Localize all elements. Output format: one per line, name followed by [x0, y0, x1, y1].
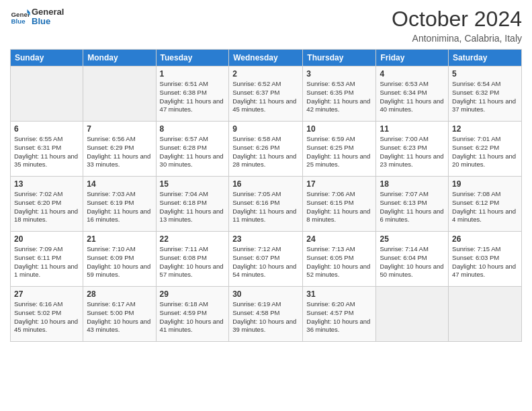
- calendar: SundayMondayTuesdayWednesdayThursdayFrid…: [10, 49, 522, 342]
- weekday-header: Monday: [83, 50, 156, 66]
- calendar-cell: 30Sunrise: 6:19 AM Sunset: 4:58 PM Dayli…: [229, 287, 303, 342]
- logo-blue: Blue: [32, 17, 64, 26]
- calendar-cell: 16Sunrise: 7:05 AM Sunset: 6:16 PM Dayli…: [229, 177, 303, 232]
- day-info: Sunrise: 7:13 AM Sunset: 6:05 PM Dayligh…: [306, 245, 372, 279]
- calendar-cell: 12Sunrise: 7:01 AM Sunset: 6:22 PM Dayli…: [449, 122, 522, 177]
- svg-text:Blue: Blue: [11, 17, 26, 25]
- day-number: 7: [87, 124, 152, 134]
- weekday-header: Friday: [376, 50, 449, 66]
- day-number: 1: [160, 69, 226, 79]
- day-number: 16: [232, 179, 299, 189]
- calendar-cell: 17Sunrise: 7:06 AM Sunset: 6:15 PM Dayli…: [303, 177, 376, 232]
- logo: General Blue General Blue: [10, 7, 64, 27]
- calendar-cell: 7Sunrise: 6:56 AM Sunset: 6:29 PM Daylig…: [83, 122, 156, 177]
- day-info: Sunrise: 6:55 AM Sunset: 6:31 PM Dayligh…: [14, 135, 79, 169]
- day-info: Sunrise: 7:15 AM Sunset: 6:03 PM Dayligh…: [452, 245, 518, 279]
- calendar-cell: 4Sunrise: 6:53 AM Sunset: 6:34 PM Daylig…: [376, 66, 449, 122]
- weekday-header: Sunday: [11, 50, 83, 66]
- day-number: 25: [380, 234, 445, 244]
- calendar-cell: 21Sunrise: 7:10 AM Sunset: 6:09 PM Dayli…: [83, 232, 156, 287]
- day-number: 10: [306, 124, 372, 134]
- day-info: Sunrise: 7:05 AM Sunset: 6:16 PM Dayligh…: [232, 190, 299, 224]
- calendar-week-row: 13Sunrise: 7:02 AM Sunset: 6:20 PM Dayli…: [11, 177, 522, 232]
- day-number: 13: [14, 179, 79, 189]
- day-info: Sunrise: 7:06 AM Sunset: 6:15 PM Dayligh…: [306, 190, 372, 224]
- day-info: Sunrise: 6:17 AM Sunset: 5:00 PM Dayligh…: [87, 300, 152, 334]
- day-info: Sunrise: 6:53 AM Sunset: 6:34 PM Dayligh…: [380, 80, 445, 114]
- weekday-header: Wednesday: [229, 50, 303, 66]
- day-info: Sunrise: 7:04 AM Sunset: 6:18 PM Dayligh…: [160, 190, 226, 224]
- month-title: October 2024: [392, 7, 522, 32]
- day-info: Sunrise: 6:19 AM Sunset: 4:58 PM Dayligh…: [232, 300, 299, 334]
- day-info: Sunrise: 6:58 AM Sunset: 6:26 PM Dayligh…: [232, 135, 299, 169]
- day-number: 20: [14, 234, 79, 244]
- calendar-cell: 27Sunrise: 6:16 AM Sunset: 5:02 PM Dayli…: [11, 287, 83, 342]
- calendar-cell: 25Sunrise: 7:14 AM Sunset: 6:04 PM Dayli…: [376, 232, 449, 287]
- day-number: 30: [232, 289, 299, 299]
- day-number: 29: [160, 289, 226, 299]
- calendar-cell: 29Sunrise: 6:18 AM Sunset: 4:59 PM Dayli…: [156, 287, 229, 342]
- day-info: Sunrise: 6:20 AM Sunset: 4:57 PM Dayligh…: [306, 300, 372, 334]
- day-info: Sunrise: 6:52 AM Sunset: 6:37 PM Dayligh…: [232, 80, 299, 114]
- title-block: October 2024 Antonimina, Calabria, Italy: [392, 7, 522, 44]
- calendar-cell: 24Sunrise: 7:13 AM Sunset: 6:05 PM Dayli…: [303, 232, 376, 287]
- day-info: Sunrise: 6:57 AM Sunset: 6:28 PM Dayligh…: [160, 135, 226, 169]
- calendar-week-row: 6Sunrise: 6:55 AM Sunset: 6:31 PM Daylig…: [11, 122, 522, 177]
- calendar-cell: 23Sunrise: 7:12 AM Sunset: 6:07 PM Dayli…: [229, 232, 303, 287]
- day-number: 5: [452, 69, 518, 79]
- calendar-cell: 3Sunrise: 6:53 AM Sunset: 6:35 PM Daylig…: [303, 66, 376, 122]
- day-info: Sunrise: 7:02 AM Sunset: 6:20 PM Dayligh…: [14, 190, 79, 224]
- calendar-cell: 22Sunrise: 7:11 AM Sunset: 6:08 PM Dayli…: [156, 232, 229, 287]
- day-number: 15: [160, 179, 226, 189]
- calendar-week-row: 27Sunrise: 6:16 AM Sunset: 5:02 PM Dayli…: [11, 287, 522, 342]
- calendar-cell: 20Sunrise: 7:09 AM Sunset: 6:11 PM Dayli…: [11, 232, 83, 287]
- calendar-cell: 2Sunrise: 6:52 AM Sunset: 6:37 PM Daylig…: [229, 66, 303, 122]
- calendar-cell: 28Sunrise: 6:17 AM Sunset: 5:00 PM Dayli…: [83, 287, 156, 342]
- day-info: Sunrise: 6:59 AM Sunset: 6:25 PM Dayligh…: [306, 135, 372, 169]
- calendar-week-row: 1Sunrise: 6:51 AM Sunset: 6:38 PM Daylig…: [11, 66, 522, 122]
- logo-general: General: [32, 7, 64, 17]
- day-number: 19: [452, 179, 518, 189]
- calendar-cell: 5Sunrise: 6:54 AM Sunset: 6:32 PM Daylig…: [449, 66, 522, 122]
- day-number: 9: [232, 124, 299, 134]
- calendar-cell: 10Sunrise: 6:59 AM Sunset: 6:25 PM Dayli…: [303, 122, 376, 177]
- day-info: Sunrise: 7:03 AM Sunset: 6:19 PM Dayligh…: [87, 190, 152, 224]
- day-number: 18: [380, 179, 445, 189]
- header: General Blue General Blue October 2024 A…: [10, 7, 522, 44]
- day-number: 3: [306, 69, 372, 79]
- day-number: 27: [14, 289, 79, 299]
- weekday-header: Saturday: [449, 50, 522, 66]
- calendar-cell: 6Sunrise: 6:55 AM Sunset: 6:31 PM Daylig…: [11, 122, 83, 177]
- day-info: Sunrise: 7:00 AM Sunset: 6:23 PM Dayligh…: [380, 135, 445, 169]
- logo-icon: General Blue: [10, 7, 30, 27]
- calendar-cell: 26Sunrise: 7:15 AM Sunset: 6:03 PM Dayli…: [449, 232, 522, 287]
- day-info: Sunrise: 6:54 AM Sunset: 6:32 PM Dayligh…: [452, 80, 518, 114]
- day-number: 23: [232, 234, 299, 244]
- weekday-header: Tuesday: [156, 50, 229, 66]
- day-info: Sunrise: 7:10 AM Sunset: 6:09 PM Dayligh…: [87, 245, 152, 279]
- day-number: 12: [452, 124, 518, 134]
- day-info: Sunrise: 7:11 AM Sunset: 6:08 PM Dayligh…: [160, 245, 226, 279]
- weekday-header: Thursday: [303, 50, 376, 66]
- day-info: Sunrise: 6:51 AM Sunset: 6:38 PM Dayligh…: [160, 80, 226, 114]
- calendar-cell: 31Sunrise: 6:20 AM Sunset: 4:57 PM Dayli…: [303, 287, 376, 342]
- day-info: Sunrise: 6:18 AM Sunset: 4:59 PM Dayligh…: [160, 300, 226, 334]
- calendar-cell: 13Sunrise: 7:02 AM Sunset: 6:20 PM Dayli…: [11, 177, 83, 232]
- day-number: 28: [87, 289, 152, 299]
- calendar-cell: 11Sunrise: 7:00 AM Sunset: 6:23 PM Dayli…: [376, 122, 449, 177]
- calendar-cell: 14Sunrise: 7:03 AM Sunset: 6:19 PM Dayli…: [83, 177, 156, 232]
- day-info: Sunrise: 7:01 AM Sunset: 6:22 PM Dayligh…: [452, 135, 518, 169]
- location: Antonimina, Calabria, Italy: [392, 33, 522, 44]
- day-number: 2: [232, 69, 299, 79]
- day-info: Sunrise: 6:53 AM Sunset: 6:35 PM Dayligh…: [306, 80, 372, 114]
- calendar-cell: [83, 66, 156, 122]
- day-number: 14: [87, 179, 152, 189]
- day-info: Sunrise: 7:12 AM Sunset: 6:07 PM Dayligh…: [232, 245, 299, 279]
- day-number: 22: [160, 234, 226, 244]
- calendar-cell: 15Sunrise: 7:04 AM Sunset: 6:18 PM Dayli…: [156, 177, 229, 232]
- day-number: 26: [452, 234, 518, 244]
- calendar-cell: 18Sunrise: 7:07 AM Sunset: 6:13 PM Dayli…: [376, 177, 449, 232]
- day-info: Sunrise: 7:09 AM Sunset: 6:11 PM Dayligh…: [14, 245, 79, 279]
- day-number: 21: [87, 234, 152, 244]
- calendar-cell: [11, 66, 83, 122]
